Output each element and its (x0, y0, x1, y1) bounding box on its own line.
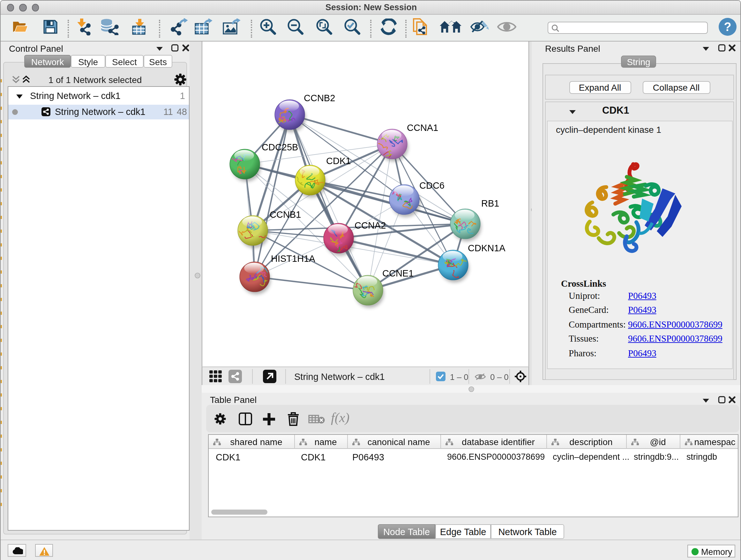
svg-text:CCNB1: CCNB1 (270, 209, 301, 220)
svg-text:CCNE1: CCNE1 (382, 268, 414, 278)
svg-text:?: ? (724, 20, 731, 34)
svg-text:HIST1H1A: HIST1H1A (271, 253, 315, 264)
svg-text:CCNA2: CCNA2 (354, 220, 386, 231)
svg-text:CCNA1: CCNA1 (407, 123, 438, 133)
svg-text:RB1: RB1 (481, 198, 499, 208)
svg-text:CDK1: CDK1 (326, 156, 351, 166)
svg-text:CDC6: CDC6 (419, 180, 445, 191)
svg-text:CDKN1A: CDKN1A (468, 243, 506, 253)
svg-text:CCNB2: CCNB2 (304, 93, 335, 103)
svg-text:CDC25B: CDC25B (262, 142, 298, 152)
